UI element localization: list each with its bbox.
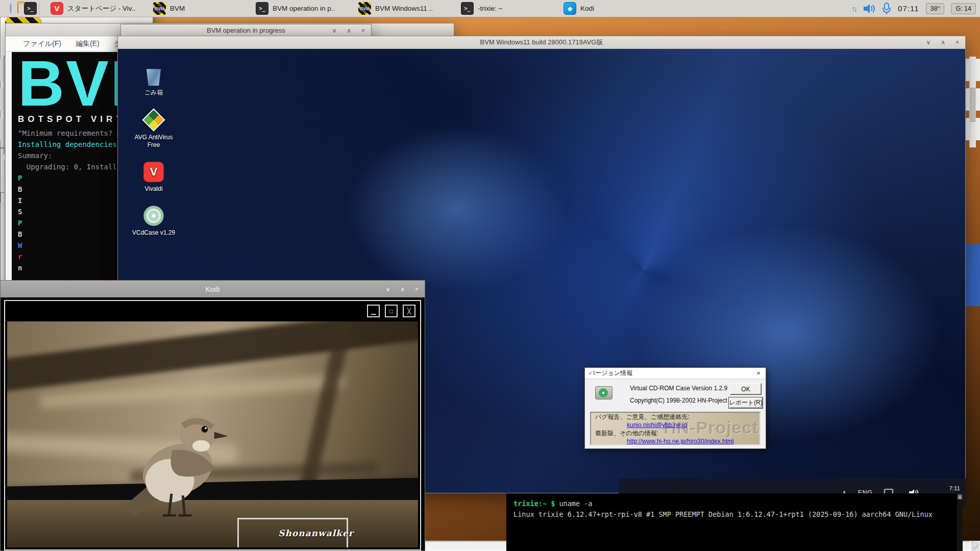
report-button[interactable]: レポート(R) (728, 397, 763, 409)
task-button[interactable]: BVM (150, 1, 253, 16)
bvm-icon (153, 2, 166, 15)
desktop: ファイル(F)編集(E)タブ(T) BVM BOTSPOT VIRTUAL MA… (0, 0, 980, 551)
copyright-text: Copyright(C) 1998-2002 HN-Project (630, 397, 727, 404)
kodi-window: Kodi ∨∧× ▁ □ ╳ (0, 280, 425, 551)
gpu-badge[interactable]: G: 14 (951, 3, 976, 14)
window-button[interactable]: × (361, 27, 365, 34)
dialog-titlebar[interactable]: バージョン情報 × (585, 368, 766, 379)
bird-illustration (93, 389, 262, 537)
tree-vertical-scrollbar[interactable] (969, 57, 976, 147)
launcher-area (4, 2, 37, 15)
window-title: BVM operation in progress (207, 27, 285, 34)
vivaldi-icon (143, 162, 164, 182)
task-button[interactable]: Kodi (560, 1, 663, 16)
minimize-icon[interactable]: ▁ (367, 305, 380, 317)
shell-command: uname -a (559, 499, 592, 508)
launcher-button[interactable] (24, 2, 37, 15)
photo-watermark: Shonanwalker (278, 528, 353, 538)
version-info-dialog: バージョン情報 × Virtual CD-ROM Case Version 1.… (584, 367, 766, 449)
version-text: Virtual CD-ROM Case Version 1.2.9 (630, 385, 727, 392)
vcdcase-icon (143, 206, 164, 226)
window-button[interactable]: × (955, 39, 959, 46)
trixie-terminal-window[interactable]: trixie:~ $ uname -a Linux trixie 6.12.47… (506, 493, 963, 551)
contact-box: HN-Project バグ報告、ご意見、ご感想連絡先: kunio.nishi@… (590, 412, 761, 445)
prompt-dollar: $ (551, 499, 555, 508)
task-button-label: Kodi (580, 5, 594, 12)
task-button[interactable]: BVM operation in p.. (253, 1, 355, 16)
bvm-icon (358, 2, 371, 15)
system-tray: ↑↓ 07:11 38° G: 14 (851, 3, 976, 15)
launcher-button[interactable] (17, 4, 18, 13)
menu-item[interactable]: ファイル(F) (23, 39, 61, 48)
globe-icon (10, 3, 12, 14)
vm-window-titlebar[interactable]: BVM Windows11 build 28000.1719AVG版 ∨∧× (118, 36, 965, 49)
vivaldi-icon (51, 2, 63, 15)
terminal-scrollbar[interactable]: ▲ (957, 493, 963, 551)
window-title: Kodi (205, 285, 219, 293)
close-icon[interactable]: × (751, 368, 766, 379)
desktop-icon[interactable]: ごみ箱 (129, 65, 178, 96)
close-icon[interactable]: ╳ (403, 305, 415, 317)
temperature-badge[interactable]: 38° (926, 3, 945, 14)
launcher-button[interactable] (10, 4, 12, 13)
clock-time: 7:11 (930, 484, 960, 492)
desktop-icon-column: ごみ箱 AVG AntiVirus Free Vivaldi V (129, 65, 178, 237)
window-controls: ∨∧× (332, 24, 365, 36)
kodi-window-controls: ▁ □ ╳ (367, 305, 415, 317)
maximize-icon[interactable]: □ (385, 305, 398, 317)
cd-drive-icon (595, 386, 612, 399)
task-button[interactable]: -trixie: ~ (458, 1, 560, 16)
desktop-icon-label: VCdCase v1.29 (132, 229, 175, 237)
window-controls: ∨∧× (926, 36, 959, 48)
recycle-bin-icon (145, 65, 162, 86)
task-button[interactable]: スタートページ - Viv.. (47, 1, 150, 16)
taskbar-clock[interactable]: 07:11 (898, 4, 919, 13)
terminal-icon (256, 2, 268, 15)
task-button[interactable]: BVM Windows11 .. (355, 1, 458, 16)
files-icon (17, 4, 18, 13)
website-link[interactable]: http://www.hi-ho.ne.jp/hiro30/index.html (627, 438, 733, 445)
task-button-label: スタートページ - Viv.. (67, 4, 135, 13)
task-button-area: スタートページ - Viv.. BVM BVM operation in p..… (47, 1, 663, 16)
desktop-icon[interactable]: Vivaldi (129, 162, 178, 193)
window-button[interactable]: ∧ (347, 27, 351, 34)
task-button-label: BVM (170, 5, 185, 12)
window-controls: ∨∧× (385, 281, 419, 297)
terminal-icon (461, 2, 474, 15)
ok-button[interactable]: OK (730, 383, 762, 395)
task-button-label: -trixie: ~ (478, 5, 502, 12)
window-button[interactable]: × (415, 286, 419, 293)
info-label: 最新版、その他の情報: (591, 429, 760, 437)
window-button[interactable]: ∨ (385, 286, 390, 293)
divider (39, 3, 39, 15)
menu-item[interactable]: 編集(E) (76, 39, 100, 48)
microphone-icon[interactable] (882, 3, 891, 15)
email-link[interactable]: kunio.nishi@ybb.ne.jp (627, 421, 687, 429)
pi-taskbar: スタートページ - Viv.. BVM BVM operation in p..… (0, 0, 980, 17)
bird-photo: Shonanwalker (7, 321, 418, 547)
contact-label: バグ報告、ご意見、ご感想連絡先: (591, 413, 760, 421)
shell-output: Linux trixie 6.12.47+rpt-rpi-v8 #1 SMP P… (513, 509, 951, 520)
window-button[interactable]: ∨ (332, 27, 336, 34)
terminal-icon (24, 2, 37, 15)
resize-grip[interactable] (971, 541, 979, 550)
window-button[interactable]: ∧ (941, 39, 945, 46)
bvm-operation-titlebar[interactable]: BVM operation in progress ∨∧× (121, 24, 371, 37)
branch-shape (7, 321, 418, 393)
volume-icon[interactable] (863, 3, 875, 14)
kodi-video-frame: ▁ □ ╳ (4, 300, 421, 550)
network-traffic-icon[interactable]: ↑↓ (851, 4, 856, 13)
avg-icon (143, 109, 164, 131)
desktop-icon-label: ごみ箱 (144, 89, 163, 96)
dialog-title: バージョン情報 (589, 369, 632, 378)
desktop-icon[interactable]: AVG AntiVirus Free (129, 109, 178, 149)
task-button-label: BVM Windows11 .. (375, 5, 433, 12)
scroll-up-icon[interactable]: ▲ (958, 494, 962, 499)
task-button-label: BVM operation in p.. (273, 5, 335, 12)
window-button[interactable]: ∧ (400, 286, 405, 293)
desktop-icon[interactable]: VCdCase v1.29 (129, 206, 178, 237)
kodi-titlebar[interactable]: Kodi ∨∧× (1, 281, 425, 297)
shell-prompt: trixie:~ (513, 499, 547, 508)
scrollbar-thumb[interactable] (970, 88, 975, 122)
window-button[interactable]: ∨ (926, 39, 930, 46)
